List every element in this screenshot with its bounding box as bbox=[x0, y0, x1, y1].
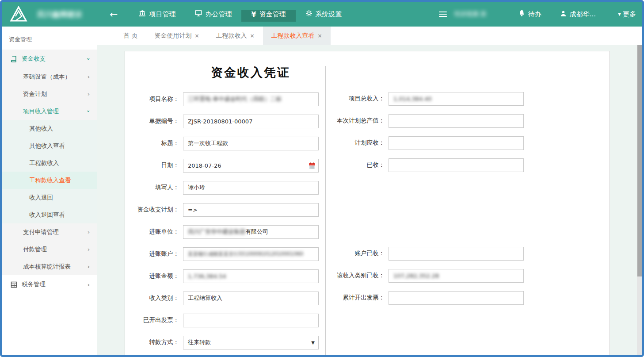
field-income-category: 收入类别： 工程结算收入 bbox=[125, 287, 319, 309]
field-label: 本次计划总产值： bbox=[302, 117, 385, 125]
sidebar-item-basic-settings[interactable]: 基础设置（成本） › bbox=[2, 68, 97, 85]
close-icon[interactable]: × bbox=[318, 33, 322, 39]
total-invoices-field[interactable] bbox=[389, 291, 524, 305]
sidebar-submenu-project-income: 其他收入 其他收入查看 工程款收入 工程款收入查看 收入退回 bbox=[2, 120, 97, 223]
tab-construction-income[interactable]: 工程款收入 × bbox=[208, 27, 263, 45]
menu-item-settings[interactable]: 系统设置 bbox=[296, 10, 352, 19]
yen-icon: ¥ bbox=[251, 10, 256, 19]
sidebar-item-fund-plan[interactable]: 资金计划 › bbox=[2, 85, 97, 103]
tab-label: 首 页 bbox=[123, 32, 137, 40]
chevron-right-icon: › bbox=[88, 281, 90, 288]
invoice-issued-field[interactable] bbox=[183, 314, 319, 327]
field-filler: 填写人： 谭小玲 bbox=[125, 177, 319, 199]
doc-number-field[interactable]: ZJSR-20180801-00007 bbox=[183, 115, 319, 128]
form-left-column: 项目名称： 三环置电·单中盛金时代（四组）二标 单据编号： ZJSR-20180… bbox=[125, 88, 319, 353]
deposit-account-field[interactable]: 某某银行成都某某支行55100091012010001060 bbox=[183, 247, 319, 261]
tab-bar: 首 页 资金使用计划 × 工程款收入 × 工程款收入查看 × bbox=[97, 27, 642, 45]
field-label: 填写人： bbox=[125, 184, 179, 192]
field-label: 转款方式： bbox=[125, 338, 179, 346]
sidebar-item-label: 收入退回查看 bbox=[29, 211, 65, 219]
sidebar-item-construction-income[interactable]: 工程款收入 bbox=[2, 154, 97, 172]
sidebar-item-label: 支付申请管理 bbox=[23, 228, 59, 236]
close-icon[interactable]: × bbox=[250, 33, 255, 39]
sidebar-item-project-income[interactable]: 项目收入管理 › bbox=[2, 103, 97, 120]
field-planned-receivable: 计划应收： bbox=[302, 132, 524, 154]
sidebar-item-fund-inout[interactable]: 资金收支 › bbox=[2, 50, 97, 68]
sidebar-item-payment-request[interactable]: 支付申请管理 › bbox=[2, 223, 97, 241]
sidebar-item-other-income-view[interactable]: 其他收入查看 bbox=[2, 137, 97, 154]
tab-construction-income-view[interactable]: 工程款收入查看 × bbox=[263, 27, 331, 45]
hamburger-icon[interactable] bbox=[439, 12, 447, 17]
sidebar-item-income-return-view[interactable]: 收入退回查看 bbox=[2, 206, 97, 223]
field-fund-plan: 资金收支计划： => bbox=[125, 199, 319, 221]
monitor-icon bbox=[195, 10, 202, 19]
sidebar-item-income-return[interactable]: 收入退回 bbox=[2, 189, 97, 206]
field-date: 日期： 2018-07-26 bbox=[125, 154, 319, 177]
sidebar: 资金管理 资金收支 › 基础设置（成本） › 资金计划 › bbox=[2, 27, 97, 355]
project-name-field[interactable]: 三环置电·单中盛金时代（四组）二标 bbox=[183, 92, 319, 106]
menu-item-office[interactable]: 办公管理 bbox=[185, 10, 241, 19]
field-category-received: 该收入类别已收： 107,282,352.28 bbox=[302, 265, 524, 287]
sidebar-item-other-income[interactable]: 其他收入 bbox=[2, 120, 97, 137]
deposit-amount-field[interactable]: 1,736,384.54 bbox=[183, 269, 319, 283]
total-project-income-field[interactable]: 1,014,384.40 bbox=[389, 92, 524, 106]
menu-item-project[interactable]: 项目管理 bbox=[129, 10, 185, 19]
content-area: 资金收入凭证 项目名称： 三环置电·单中盛金时代（四组）二标 单据编号： ZJS… bbox=[97, 45, 642, 355]
tab-home[interactable]: 首 页 bbox=[115, 27, 146, 45]
sidebar-item-construction-income-view[interactable]: 工程款收入查看 bbox=[2, 172, 97, 189]
field-title: 标题： 第一次收工程款 bbox=[125, 132, 319, 154]
bank-icon bbox=[139, 10, 146, 19]
sidebar-item-label: 税务管理 bbox=[22, 280, 46, 288]
brand-name-blurred: 四川鑫輝建设 bbox=[37, 9, 98, 19]
field-transfer-method: 转款方式： 往来转款 ▼ bbox=[125, 331, 319, 353]
received-field[interactable] bbox=[389, 158, 524, 172]
field-project-name: 项目名称： 三环置电·单中盛金时代（四组）二标 bbox=[125, 88, 319, 110]
tab-label: 资金使用计划 bbox=[154, 32, 191, 40]
tab-fund-use-plan[interactable]: 资金使用计划 × bbox=[146, 27, 207, 45]
income-category-field[interactable]: 工程结算收入 bbox=[183, 292, 319, 305]
field-label: 日期： bbox=[125, 161, 179, 169]
account-received-field[interactable] bbox=[389, 247, 524, 261]
field-received: 已收： bbox=[302, 154, 524, 176]
app-window: 四川鑫輝建设 ← 项目管理 办公管理 ¥ 资金管理 bbox=[0, 0, 644, 357]
chevron-down-icon: › bbox=[85, 110, 92, 112]
tab-label: 工程款收入查看 bbox=[271, 32, 315, 40]
planned-output-field[interactable] bbox=[389, 114, 524, 128]
chevron-right-icon: › bbox=[88, 246, 90, 253]
field-total-project-income: 项目总收入： 1,014,384.40 bbox=[302, 88, 524, 110]
field-label: 标题： bbox=[125, 139, 179, 147]
field-invoice-issued: 已开出发票： bbox=[125, 309, 319, 331]
main-area: 首 页 资金使用计划 × 工程款收入 × 工程款收入查看 × 资金收入凭证 bbox=[97, 27, 642, 355]
date-field[interactable]: 2018-07-26 bbox=[183, 159, 319, 173]
category-received-field[interactable]: 107,282,352.28 bbox=[389, 269, 524, 283]
back-arrow-icon[interactable]: ← bbox=[110, 9, 118, 20]
scrollbar-thumb[interactable] bbox=[637, 45, 642, 276]
field-label: 已收： bbox=[302, 161, 385, 169]
sidebar-item-cost-report[interactable]: 成本核算统计报表 › bbox=[2, 258, 97, 275]
planned-receivable-field[interactable] bbox=[389, 136, 524, 150]
sidebar-item-payment-mgmt[interactable]: 付款管理 › bbox=[2, 241, 97, 258]
more-button[interactable]: ▼ 更多 bbox=[618, 10, 636, 19]
todo-label: 待办 bbox=[528, 10, 541, 19]
field-label: 进账金额： bbox=[125, 272, 179, 280]
close-icon[interactable]: × bbox=[194, 33, 199, 39]
menu-item-funds[interactable]: ¥ 资金管理 bbox=[241, 10, 295, 22]
filler-field[interactable]: 谭小玲 bbox=[183, 181, 319, 195]
calculator-icon bbox=[11, 281, 18, 288]
sidebar-item-label: 其他收入查看 bbox=[29, 142, 65, 150]
fund-plan-field[interactable]: => bbox=[183, 203, 319, 217]
user-label: 成都华... bbox=[570, 10, 596, 19]
transfer-method-select[interactable]: 往来转款 ▼ bbox=[183, 336, 319, 349]
chevron-right-icon: › bbox=[88, 91, 90, 97]
todo-button[interactable]: 待办 bbox=[511, 10, 549, 19]
main-menu: 项目管理 办公管理 ¥ 资金管理 bbox=[129, 10, 351, 19]
scrollbar-track[interactable] bbox=[637, 45, 642, 355]
sidebar-item-label: 收入退回 bbox=[29, 194, 53, 202]
user-button[interactable]: 成都华... bbox=[552, 10, 604, 19]
deposit-unit-field[interactable]: 四川广安华中建设集团 有限公司 bbox=[183, 225, 319, 239]
title-field[interactable]: 第一次收工程款 bbox=[183, 137, 319, 150]
menu-item-label: 办公管理 bbox=[205, 10, 232, 19]
sidebar-item-label: 基础设置（成本） bbox=[23, 73, 71, 81]
sidebar-item-tax-mgmt[interactable]: 税务管理 › bbox=[2, 275, 97, 294]
chevron-right-icon: › bbox=[88, 263, 90, 270]
